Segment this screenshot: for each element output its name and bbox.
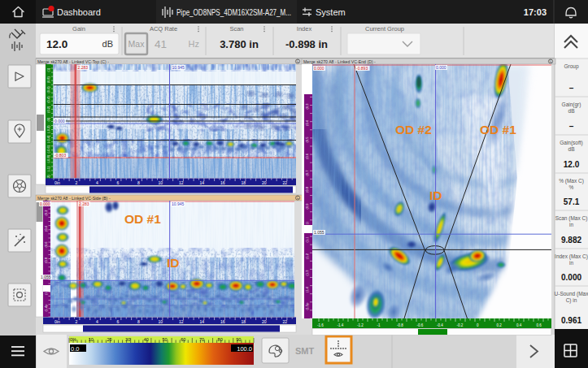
svg-text:ID: ID [429, 188, 442, 202]
svg-text:(0.3: (0.3 [305, 103, 309, 110]
svg-text:OD #1: OD #1 [480, 123, 516, 136]
svg-text:(0.1: (0.1 [305, 70, 309, 76]
svg-text:Group: Group [564, 63, 578, 70]
svg-text:(0.4): (0.4) [46, 96, 50, 103]
svg-text:(-0.6): (-0.6) [46, 145, 50, 153]
svg-text:(0.5: (0.5 [305, 136, 309, 143]
svg-text:(1.1: (1.1 [305, 236, 309, 243]
svg-text:C) in: C) in [566, 297, 577, 304]
svg-text:(1.2: (1.2 [305, 253, 309, 259]
svg-text:(-0.8): (-0.8) [46, 154, 50, 162]
svg-text:0.000: 0.000 [436, 65, 446, 70]
svg-text:(1): (1) [46, 67, 50, 72]
svg-text:Dashboard: Dashboard [57, 7, 101, 17]
svg-text:Gain(soft): Gain(soft) [560, 140, 583, 146]
svg-text:(0.2): (0.2) [46, 106, 50, 113]
svg-text:0.4: 0.4 [516, 323, 522, 327]
svg-text:Merge sk270 A8 - Linked VC-Top: Merge sk270 A8 - Linked VC-Top (C) - [37, 59, 109, 64]
svg-text:-0.803: -0.803 [54, 153, 66, 158]
svg-text:in: in [569, 222, 573, 227]
svg-text:0.000: 0.000 [561, 273, 581, 282]
svg-text:(0.8): (0.8) [46, 76, 50, 83]
svg-text:0in: 0in [54, 319, 60, 324]
svg-text:-0.8: -0.8 [397, 323, 403, 327]
svg-text:–: – [569, 84, 574, 93]
svg-text:-1.2: -1.2 [357, 323, 364, 327]
svg-text:22: 22 [283, 180, 288, 185]
svg-text:(0): (0) [46, 117, 50, 122]
svg-text:10.945: 10.945 [172, 201, 185, 206]
svg-text:0.2: 0.2 [497, 323, 503, 327]
svg-text:70: 70 [199, 337, 204, 342]
svg-text:1.055: 1.055 [314, 230, 324, 235]
svg-text:90: 90 [236, 337, 241, 342]
svg-text:50: 50 [163, 337, 168, 342]
svg-text:17:03: 17:03 [524, 7, 547, 17]
svg-text:14: 14 [200, 319, 205, 324]
svg-text:(-0.4): (-0.4) [46, 135, 50, 143]
svg-text:(1.4p: (1.4p [44, 304, 48, 312]
svg-text:12: 12 [179, 180, 184, 185]
svg-text:0%: 0% [70, 337, 76, 342]
svg-text:(1.3: (1.3 [305, 270, 309, 276]
svg-text:0.000: 0.000 [40, 201, 50, 206]
svg-text:(1.2: (1.2 [44, 288, 48, 295]
svg-text:18: 18 [242, 319, 246, 324]
svg-text:(0.6): (0.6) [46, 86, 50, 93]
svg-text:6: 6 [117, 180, 120, 185]
svg-text:(1.5p: (1.5p [305, 302, 309, 310]
svg-text:(0.7: (0.7 [305, 170, 309, 176]
svg-text:(0.6: (0.6 [305, 153, 309, 159]
svg-text:41: 41 [155, 38, 167, 50]
svg-text:-0.893: -0.893 [356, 66, 368, 71]
svg-text:-0.898 in: -0.898 in [285, 38, 328, 50]
svg-text:14: 14 [200, 180, 205, 185]
svg-text:0.0: 0.0 [71, 345, 79, 353]
svg-text:%: % [569, 184, 574, 190]
svg-text:ACQ Rate: ACQ Rate [150, 25, 177, 32]
svg-text:20: 20 [107, 337, 111, 342]
svg-text:16: 16 [220, 319, 225, 324]
svg-text:0.6: 0.6 [537, 323, 542, 327]
svg-text:6: 6 [117, 319, 120, 324]
svg-text:60: 60 [181, 337, 185, 342]
svg-text:0.961: 0.961 [561, 316, 581, 325]
svg-text:(-0.2): (-0.2) [46, 125, 50, 133]
svg-text:(-1): (-1) [46, 166, 50, 171]
svg-text:Scan (Max C): Scan (Max C) [555, 215, 588, 222]
svg-text:8: 8 [137, 319, 140, 324]
svg-text:Max: Max [128, 39, 146, 49]
svg-text:in: in [569, 260, 573, 266]
svg-text:10: 10 [89, 337, 94, 342]
svg-text:Current Group: Current Group [365, 25, 404, 32]
svg-text:30: 30 [125, 337, 130, 342]
svg-text:(0.8: (0.8 [44, 257, 48, 263]
svg-text:dB: dB [102, 39, 113, 49]
svg-text:(1.4: (1.4 [305, 286, 309, 292]
svg-text:9.882: 9.882 [561, 236, 581, 245]
svg-text:2: 2 [76, 180, 78, 185]
svg-text:OD #2: OD #2 [395, 123, 432, 136]
svg-text:U-Sound (Max: U-Sound (Max [555, 291, 588, 297]
svg-text:0.000: 0.000 [54, 119, 65, 123]
svg-text:2: 2 [76, 319, 78, 324]
svg-text:(0.8: (0.8 [305, 186, 309, 193]
svg-text:Gain: Gain [72, 25, 85, 32]
svg-text:(0.4: (0.4 [305, 119, 309, 126]
svg-text:-0.6: -0.6 [417, 323, 424, 327]
svg-text:Pipe_OD8NPS_4DM16X2SM-A27_M...: Pipe_OD8NPS_4DM16X2SM-A27_M... [176, 7, 291, 17]
svg-text:dB: dB [568, 108, 575, 114]
svg-text:3.780 in: 3.780 in [220, 38, 259, 50]
svg-text:ID: ID [167, 256, 180, 270]
svg-text:40: 40 [144, 337, 149, 342]
svg-text:16: 16 [220, 180, 225, 185]
svg-text:OD #1: OD #1 [124, 212, 161, 226]
svg-text:(0.2: (0.2 [44, 210, 48, 216]
svg-text:4: 4 [96, 319, 98, 324]
svg-text:(0.4: (0.4 [44, 225, 48, 232]
svg-text:10.945: 10.945 [172, 65, 185, 70]
svg-text:Hz: Hz [189, 39, 199, 49]
svg-text:SMT: SMT [295, 346, 315, 356]
svg-text:0in: 0in [54, 180, 60, 185]
svg-text:10: 10 [159, 180, 163, 185]
